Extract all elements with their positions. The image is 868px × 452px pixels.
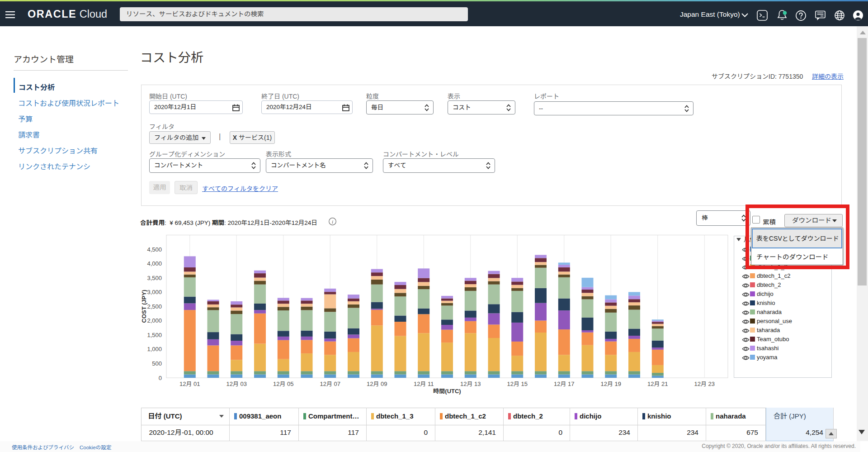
svg-text:12月 13: 12月 13	[460, 381, 481, 387]
svg-text:2,500: 2,500	[147, 303, 162, 310]
svg-text:12月 17: 12月 17	[554, 381, 575, 387]
svg-text:12月 03: 12月 03	[226, 381, 247, 387]
svg-text:12月 05: 12月 05	[273, 381, 294, 387]
svg-text:1,500: 1,500	[147, 332, 162, 338]
svg-text:12月 21: 12月 21	[647, 381, 668, 387]
svg-text:2,000: 2,000	[147, 317, 162, 324]
svg-text:COST (JPY): COST (JPY)	[141, 290, 147, 323]
svg-text:4,500: 4,500	[147, 246, 162, 253]
svg-text:12月 11: 12月 11	[414, 381, 434, 387]
svg-text:時間(UTC): 時間(UTC)	[433, 388, 461, 395]
svg-text:4,000: 4,000	[147, 260, 162, 267]
svg-text:1,000: 1,000	[147, 346, 162, 352]
svg-text:0: 0	[159, 375, 162, 381]
svg-text:3,500: 3,500	[147, 275, 162, 281]
svg-text:12月 15: 12月 15	[507, 381, 528, 387]
svg-text:500: 500	[152, 360, 162, 367]
svg-text:12月 23: 12月 23	[694, 381, 715, 387]
svg-text:12月 19: 12月 19	[600, 381, 621, 387]
svg-text:12月 07: 12月 07	[320, 381, 340, 387]
svg-text:12月 09: 12月 09	[367, 381, 387, 387]
svg-text:3,000: 3,000	[147, 289, 162, 295]
svg-text:12月 01: 12月 01	[179, 381, 200, 387]
